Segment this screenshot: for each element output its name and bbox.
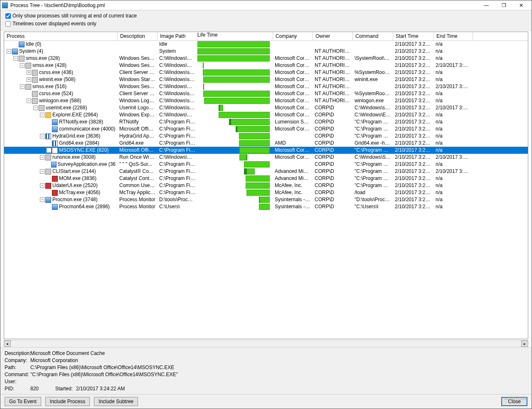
process-icon bbox=[45, 133, 51, 139]
go-to-event-button[interactable]: Go To Event bbox=[5, 397, 41, 406]
collapse-icon[interactable]: − bbox=[13, 56, 18, 61]
table-row[interactable]: −Explorer.EXE (2964)Windows ExplorerC:\W… bbox=[4, 111, 528, 118]
table-row[interactable]: −smss.exe (428)Windows Session ...C:\Win… bbox=[4, 62, 528, 69]
cell-owner: CORP\D bbox=[313, 168, 353, 175]
col-company[interactable]: Company bbox=[273, 32, 313, 40]
cell-company: Lumension Securit... bbox=[273, 118, 313, 126]
col-command[interactable]: Command bbox=[353, 32, 393, 40]
process-name: userinit.exe (2268) bbox=[46, 104, 87, 111]
col-image-path[interactable]: Image Path bbox=[158, 32, 197, 40]
cell-start-time: 2/10/2017 3:24:4... bbox=[393, 168, 434, 175]
chk-running-only[interactable] bbox=[5, 13, 11, 19]
col-description[interactable]: Description bbox=[118, 32, 158, 40]
option-timelines[interactable]: Timelines cover displayed events only bbox=[4, 20, 528, 28]
horizontal-scrollbar[interactable]: ◂ ▸ bbox=[4, 340, 528, 347]
close-button[interactable]: ✕ bbox=[512, 1, 530, 10]
table-row[interactable]: MOM.exe (3836)Catalyst Control C...C:\Pr… bbox=[4, 175, 528, 182]
cell-start-time: 2/10/2017 3:24:2... bbox=[393, 133, 434, 140]
process-grid[interactable]: Process Description Image Path Life Time… bbox=[4, 32, 528, 339]
scroll-right-button[interactable]: ▸ bbox=[521, 340, 528, 347]
include-process-button[interactable]: Include Process bbox=[45, 397, 90, 406]
table-row[interactable]: −Procmon.exe (3748)Process MonitorD:\too… bbox=[4, 196, 528, 203]
table-row[interactable]: −UdaterUI.exe (2520)Common User Inte...C… bbox=[4, 182, 528, 189]
table-row[interactable]: −System (4)SystemNT AUTHORITY\...2/10/20… bbox=[4, 48, 528, 55]
lifetime-bar bbox=[239, 133, 270, 139]
collapse-icon[interactable]: − bbox=[20, 84, 25, 89]
detail-path: C:\Program Files (x86)\Microsoft Office\… bbox=[30, 364, 174, 371]
cell-company bbox=[273, 41, 313, 48]
close-dialog-button[interactable]: Close bbox=[501, 397, 527, 406]
process-name: UdaterUI.exe (2520) bbox=[52, 182, 98, 189]
collapse-icon[interactable]: − bbox=[40, 155, 44, 160]
cell-description: Process Monitor bbox=[118, 196, 158, 203]
collapse-icon[interactable]: − bbox=[40, 197, 44, 202]
table-row[interactable]: −smss.exe (328)Windows Session ...C:\Win… bbox=[4, 55, 528, 62]
cell-life-time bbox=[197, 175, 273, 182]
cell-start-time: 2/10/2017 3:25:3... bbox=[393, 203, 434, 210]
cell-owner: NT AUTHORITY\... bbox=[313, 69, 353, 76]
scroll-left-button[interactable]: ◂ bbox=[4, 340, 11, 347]
collapse-icon[interactable]: − bbox=[40, 134, 44, 138]
cell-owner bbox=[313, 41, 353, 48]
cell-company bbox=[273, 161, 313, 168]
col-end-time[interactable]: End Time bbox=[434, 32, 473, 40]
lifetime-bar bbox=[236, 126, 269, 132]
table-row[interactable]: SurveyApplication.exe (36" " " QoS-Sur..… bbox=[4, 161, 528, 168]
table-row[interactable]: McTray.exe (4056)McTray ApplicationC:\Pr… bbox=[4, 189, 528, 196]
collapse-icon[interactable]: − bbox=[7, 49, 11, 54]
cell-description bbox=[118, 41, 158, 48]
collapse-icon[interactable]: − bbox=[40, 183, 44, 188]
col-start-time[interactable]: Start Time bbox=[393, 32, 434, 40]
lifetime-bar bbox=[203, 84, 204, 90]
cell-start-time: 2/10/2017 3:22:0... bbox=[393, 97, 434, 104]
table-row[interactable]: −runonce.exe (3008)Run Once WrapperC:\Wi… bbox=[4, 154, 528, 161]
cell-command: "C:\Program Files... bbox=[353, 175, 393, 182]
table-row[interactable]: csrss.exe (524)Client Server Runt...C:\W… bbox=[4, 90, 528, 97]
collapse-icon[interactable]: − bbox=[20, 63, 25, 68]
tree-spacer bbox=[47, 148, 51, 153]
lifetime-bar bbox=[246, 190, 270, 196]
cell-life-time bbox=[197, 41, 273, 48]
minimize-button[interactable]: — bbox=[478, 1, 495, 10]
collapse-icon[interactable]: − bbox=[40, 169, 44, 174]
table-row[interactable]: RTNotify.exe (3828)RTNotifyC:\Program Fi… bbox=[4, 118, 528, 126]
cell-command: \SystemRoot\Syst... bbox=[353, 55, 393, 62]
collapse-icon[interactable]: − bbox=[33, 106, 38, 110]
chk-timelines[interactable] bbox=[5, 21, 11, 27]
cell-company: Microsoft Corporat... bbox=[273, 62, 313, 69]
col-owner[interactable]: Owner bbox=[313, 32, 353, 40]
table-row[interactable]: −HydraGrid.exe (3636)HydraGrid Applica..… bbox=[4, 133, 528, 140]
table-row[interactable]: −CLIStart.exe (2144)Catalyst® Control ..… bbox=[4, 168, 528, 175]
cell-owner: CORP\D bbox=[313, 154, 353, 161]
maximize-button[interactable]: ❐ bbox=[495, 1, 512, 10]
detail-command-label: Command: bbox=[5, 371, 30, 378]
collapse-icon[interactable]: − bbox=[40, 113, 44, 117]
collapse-icon[interactable]: − bbox=[27, 99, 31, 103]
column-headers[interactable]: Process Description Image Path Life Time… bbox=[4, 32, 528, 41]
table-row[interactable]: Idle (0)Idle2/10/2017 3:21:3...n/a bbox=[4, 41, 528, 48]
table-row[interactable]: +csrss.exe (436)Client Server Runt...C:\… bbox=[4, 69, 528, 76]
cell-image-path: C:\Windows\syst... bbox=[158, 69, 197, 76]
cell-command: "C:\Program Files... bbox=[353, 161, 393, 168]
table-row[interactable]: MSOSYNC.EXE (820)Microsoft Office D...C:… bbox=[4, 147, 528, 154]
cell-company: Microsoft Corporat... bbox=[273, 55, 313, 62]
cell-description: McTray Application bbox=[118, 189, 158, 196]
expand-icon[interactable]: + bbox=[27, 77, 31, 82]
col-process[interactable]: Process bbox=[4, 32, 118, 40]
cell-image-path: C:\Program Files (... bbox=[158, 175, 197, 182]
table-row[interactable]: communicator.exe (4000)Microsoft Office … bbox=[4, 126, 528, 133]
cell-start-time: 2/10/2017 3:25:3... bbox=[393, 196, 434, 203]
table-row[interactable]: −userinit.exe (2268)Userinit Logon Ap...… bbox=[4, 104, 528, 111]
expand-icon[interactable]: + bbox=[27, 70, 31, 75]
table-row[interactable]: −winlogon.exe (588)Windows Logon A...C:\… bbox=[4, 97, 528, 104]
col-life-time[interactable]: Life Time bbox=[197, 32, 273, 40]
option-running-only[interactable]: Only show processes still running at end… bbox=[4, 12, 528, 20]
include-subtree-button[interactable]: Include Subtree bbox=[94, 397, 138, 406]
lifetime-bar bbox=[246, 175, 270, 182]
lifetime-bar bbox=[204, 98, 269, 104]
table-row[interactable]: Procmon64.exe (2896)Process MonitorC:\Us… bbox=[4, 203, 528, 210]
titlebar[interactable]: Process Tree - \\tsclient\D\tmp\Bootlog.… bbox=[0, 0, 532, 10]
table-row[interactable]: +wininit.exe (508)Windows Start-Up...C:\… bbox=[4, 76, 528, 83]
table-row[interactable]: −smss.exe (516)Windows Session ...C:\Win… bbox=[4, 83, 528, 90]
table-row[interactable]: Grid64.exe (2884)Grid64.exeC:\Program Fi… bbox=[4, 140, 528, 147]
